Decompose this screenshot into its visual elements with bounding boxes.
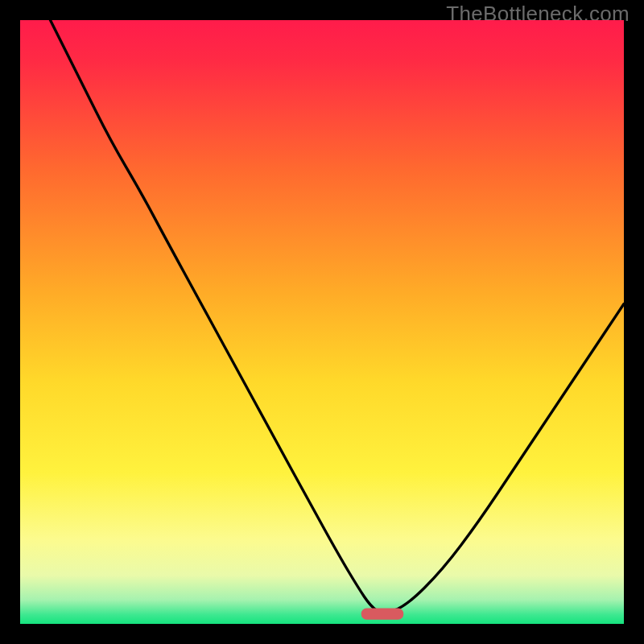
bottleneck-chart bbox=[20, 20, 624, 624]
optimal-range-marker bbox=[361, 609, 404, 620]
gradient-background bbox=[20, 20, 624, 624]
chart-frame: TheBottleneck.com bbox=[0, 0, 644, 644]
